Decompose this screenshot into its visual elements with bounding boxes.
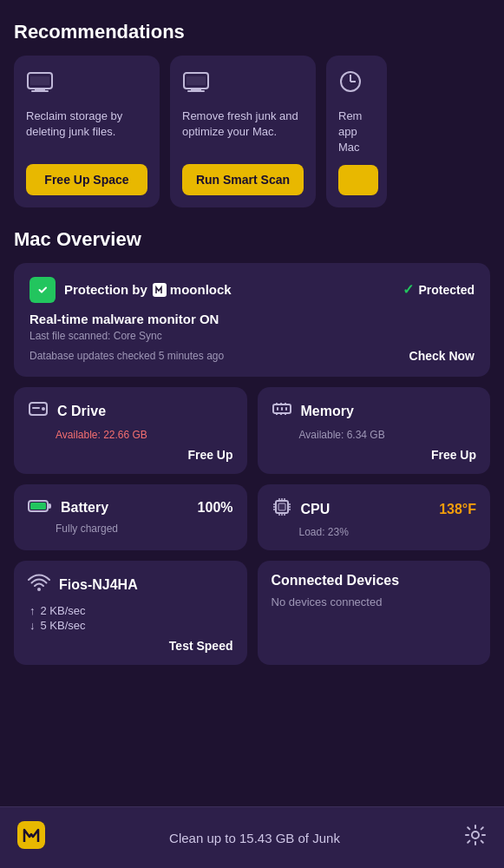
db-update-text: Database updates checked 5 minutes ago [29, 350, 224, 362]
battery-cpu-grid: Battery 100% Fully charged [14, 484, 490, 550]
mac-overview-title: Mac Overview [14, 228, 490, 251]
battery-card: Battery 100% Fully charged [14, 484, 247, 550]
c-drive-free-up-button[interactable]: Free Up [28, 448, 233, 462]
memory-title: Memory [301, 404, 354, 419]
battery-title: Battery [61, 500, 108, 516]
battery-header: Battery [28, 496, 108, 519]
battery-row: Battery 100% [28, 496, 233, 519]
connected-devices-card: Connected Devices No devices connected [258, 561, 491, 665]
svg-rect-22 [276, 412, 278, 415]
cpu-row: CPU 138°F [272, 496, 477, 523]
smart-scan-text: Remove fresh junk and optimize your Mac. [182, 108, 304, 155]
protected-badge: ✓ Protected [403, 281, 475, 298]
upload-arrow-icon: ↑ [29, 604, 36, 617]
svg-rect-21 [285, 403, 286, 405]
svg-rect-6 [187, 90, 205, 92]
free-space-text: Reclaim storage by deleting junk files. [26, 108, 147, 155]
last-scanned: Last file scanned: Core Sync [29, 330, 475, 342]
cpu-title: CPU [301, 502, 331, 517]
rec-card-free-space: Reclaim storage by deleting junk files. … [14, 56, 160, 207]
protection-card: Protection by moonlock ✓ Protected [14, 263, 490, 377]
recommendations-scroll: Reclaim storage by deleting junk files. … [14, 56, 490, 207]
protection-by-text: Protection by moonlock [64, 282, 232, 297]
svg-rect-23 [280, 412, 282, 415]
svg-rect-3 [30, 76, 49, 85]
battery-value: 100% [198, 500, 233, 516]
cpu-temp: 138°F [439, 502, 476, 517]
cpu-card: CPU 138°F Load: 23% [258, 484, 491, 550]
drive-memory-grid: C Drive Available: 22.66 GB Free Up [14, 387, 490, 474]
network-name: Fios-NJ4HA [59, 577, 138, 593]
c-drive-available: Available: 22.66 GB [56, 429, 233, 441]
c-drive-header: C Drive [28, 399, 233, 424]
bottom-bar: Clean up to 15.43 GB of Junk [0, 806, 504, 868]
smart-scan-icon [182, 69, 304, 100]
memory-icon [272, 399, 292, 424]
svg-point-44 [472, 832, 479, 838]
c-drive-card: C Drive Available: 22.66 GB Free Up [14, 387, 247, 474]
moonlock-brand: moonlock [153, 282, 232, 297]
partial-card-button[interactable] [338, 165, 378, 195]
app-logo-icon[interactable] [17, 821, 45, 854]
download-speed: 5 KB/sec [41, 619, 86, 632]
protection-left: Protection by moonlock [29, 277, 232, 303]
connected-devices-title: Connected Devices [272, 573, 477, 589]
cpu-load: Load: 23% [299, 526, 477, 538]
memory-free-up-button[interactable]: Free Up [272, 448, 477, 462]
test-speed-button[interactable]: Test Speed [28, 639, 233, 653]
cpu-icon [272, 496, 292, 523]
check-icon: ✓ [403, 281, 414, 298]
recommendations-title: Recommendations [14, 21, 490, 43]
db-update-row: Database updates checked 5 minutes ago C… [29, 349, 475, 363]
svg-rect-29 [278, 503, 285, 510]
shield-icon [29, 277, 56, 303]
svg-rect-2 [31, 90, 49, 92]
memory-available: Available: 6.34 GB [299, 429, 477, 441]
battery-icon [28, 496, 52, 519]
svg-rect-24 [285, 412, 286, 415]
mac-overview-section: Mac Overview Protection by [14, 228, 490, 665]
svg-rect-27 [30, 503, 46, 510]
svg-point-42 [37, 588, 41, 591]
battery-status: Fully charged [56, 523, 233, 535]
download-speed-row: ↓ 5 KB/sec [29, 619, 233, 632]
memory-header: Memory [272, 399, 477, 424]
connected-devices-status: No devices connected [272, 595, 477, 608]
svg-rect-26 [48, 503, 51, 509]
partial-card-text: RemappMac [338, 108, 378, 156]
settings-icon[interactable] [464, 824, 487, 852]
run-smart-scan-button[interactable]: Run Smart Scan [182, 164, 304, 195]
network-card: Fios-NJ4HA ↑ 2 KB/sec ↓ 5 KB/sec Test Sp… [14, 561, 247, 665]
rec-card-smart-scan: Remove fresh junk and optimize your Mac.… [170, 56, 316, 207]
svg-rect-16 [277, 407, 278, 411]
bottom-bar-message: Clean up to 15.43 GB of Junk [45, 831, 464, 845]
c-drive-icon [28, 399, 49, 424]
main-container: Recommendations Reclaim storage by delet… [0, 0, 504, 868]
svg-rect-20 [280, 403, 282, 405]
svg-point-13 [42, 407, 45, 411]
free-space-icon [26, 69, 147, 100]
network-header: Fios-NJ4HA [28, 573, 233, 597]
svg-rect-17 [281, 407, 283, 411]
check-now-button[interactable]: Check Now [409, 349, 475, 363]
network-devices-grid: Fios-NJ4HA ↑ 2 KB/sec ↓ 5 KB/sec Test Sp… [14, 561, 490, 665]
free-up-space-button[interactable]: Free Up Space [26, 164, 147, 195]
svg-rect-19 [276, 403, 278, 405]
network-speeds: ↑ 2 KB/sec ↓ 5 KB/sec [29, 604, 233, 632]
wifi-icon [28, 573, 50, 597]
svg-rect-14 [32, 407, 40, 409]
rec-card-partial: RemappMac [326, 56, 387, 207]
upload-speed-row: ↑ 2 KB/sec [29, 604, 233, 617]
partial-card-icon [338, 69, 378, 100]
download-arrow-icon: ↓ [29, 619, 36, 632]
upload-speed: 2 KB/sec [41, 604, 86, 617]
c-drive-title: C Drive [57, 404, 106, 419]
memory-card: Memory Available: 6.34 GB Free Up [258, 387, 491, 474]
protection-header: Protection by moonlock ✓ Protected [29, 277, 475, 303]
cpu-header: CPU [272, 496, 331, 523]
malware-status: Real-time malware monitor ON [29, 312, 475, 326]
svg-rect-7 [187, 76, 206, 85]
svg-rect-18 [285, 407, 287, 411]
